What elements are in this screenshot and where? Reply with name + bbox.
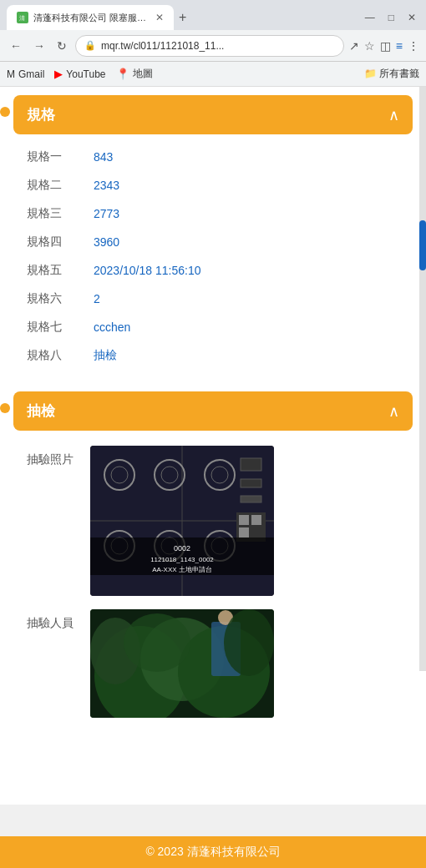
- spec-section: 規格 ∧ 規格一 843 規格二 2343 規格三 2773 規格四 3960 …: [13, 95, 413, 378]
- spec-value-1: 843: [94, 150, 113, 164]
- footer-text: © 2023 清蓬科技有限公司: [145, 845, 280, 858]
- spec-label-3: 規格三: [27, 206, 77, 221]
- all-bookmarks[interactable]: 📁 所有書籤: [364, 67, 419, 81]
- svg-point-35: [124, 613, 190, 672]
- spec-row-4: 規格四 3960: [17, 228, 409, 256]
- page-footer: © 2023 清蓬科技有限公司: [0, 836, 426, 868]
- svg-text:0002: 0002: [174, 544, 190, 553]
- spec-value-7: ccchen: [94, 320, 130, 334]
- spec-section-title: 規格: [27, 105, 55, 124]
- footer-spacer: [0, 746, 426, 788]
- url-text: mqr.tw/cl011/1121018_11...: [101, 40, 335, 52]
- minimize-button[interactable]: —: [365, 12, 375, 23]
- gmail-icon: M: [7, 68, 15, 80]
- svg-rect-19: [241, 496, 261, 502]
- tab-close-button[interactable]: ✕: [155, 12, 164, 23]
- spec-row-2: 規格二 2343: [17, 171, 409, 199]
- spec-label-6: 規格六: [27, 291, 77, 306]
- spec-row-7: 規格七 ccchen: [17, 313, 409, 341]
- share-icon[interactable]: ↗: [349, 39, 359, 53]
- spec-label-5: 規格五: [27, 263, 77, 278]
- star-icon[interactable]: ☆: [364, 39, 375, 53]
- scrollbar-thumb[interactable]: [419, 220, 426, 270]
- lock-icon: 🔒: [84, 40, 96, 51]
- spec-value-4: 3960: [94, 235, 119, 249]
- inspection-section-body: 抽驗照片: [13, 431, 413, 733]
- svg-rect-21: [239, 515, 249, 525]
- bookmark-youtube[interactable]: ▶ YouTube: [54, 68, 105, 80]
- section-dot-spec: [0, 107, 10, 117]
- inspection-photo-image: 0002 1121018_1143_0002 AA-XXX 土地申請台: [90, 446, 274, 596]
- page-content: 規格 ∧ 規格一 843 規格二 2343 規格三 2773 規格四 3960 …: [0, 87, 426, 805]
- tab-title: 清蓬科技有限公司 限塞服務查: [33, 12, 150, 24]
- new-tab-button[interactable]: +: [179, 10, 186, 25]
- profile-icon[interactable]: ≡: [396, 39, 403, 53]
- spec-value-2: 2343: [94, 179, 119, 192]
- spec-value-5: 2023/10/18 11:56:10: [94, 264, 200, 277]
- photo-row-person: 抽驗人員: [17, 603, 409, 724]
- window-controls: — □ ✕: [365, 12, 419, 23]
- spec-row-3: 規格三 2773: [17, 199, 409, 228]
- scrollbar[interactable]: [419, 87, 426, 671]
- address-bar[interactable]: 🔒 mqr.tw/cl011/1121018_11...: [75, 35, 344, 57]
- spec-label-2: 規格二: [27, 178, 77, 193]
- nav-actions: ↗ ☆ ◫ ≡ ⋮: [349, 39, 419, 53]
- inspection-section-title: 抽檢: [27, 401, 55, 421]
- spec-value-8: 抽檢: [94, 348, 117, 363]
- close-window-button[interactable]: ✕: [408, 12, 416, 23]
- svg-rect-23: [239, 527, 249, 537]
- bookmarks-bar: M Gmail ▶ YouTube 📍 地圖 📁 所有書籤: [0, 62, 426, 87]
- extensions-icon[interactable]: ◫: [380, 39, 391, 53]
- maximize-button[interactable]: □: [388, 12, 394, 23]
- inspection-section-header[interactable]: 抽檢 ∧: [13, 391, 413, 431]
- bookmarks-folder-icon: 📁: [364, 68, 377, 79]
- inspection-person-image: [90, 609, 274, 718]
- tab-favicon: 清: [17, 12, 28, 23]
- spec-label-4: 規格四: [27, 235, 77, 250]
- bookmark-gmail[interactable]: M Gmail: [7, 68, 44, 80]
- forward-button[interactable]: →: [30, 38, 48, 54]
- back-button[interactable]: ←: [7, 38, 25, 54]
- svg-text:1121018_1143_0002: 1121018_1143_0002: [150, 556, 214, 563]
- spec-label-1: 規格一: [27, 149, 77, 164]
- all-bookmarks-label: 所有書籤: [379, 68, 419, 79]
- spec-section-header[interactable]: 規格 ∧: [13, 95, 413, 134]
- youtube-label: YouTube: [66, 68, 105, 80]
- svg-rect-22: [251, 515, 261, 525]
- svg-text:AA-XXX 土地申請台: AA-XXX 土地申請台: [152, 566, 212, 573]
- spec-label-7: 規格七: [27, 320, 77, 335]
- maps-icon: 📍: [116, 68, 129, 80]
- bookmark-maps[interactable]: 📍 地圖: [116, 67, 153, 81]
- maps-label: 地圖: [133, 67, 153, 81]
- spec-chevron-icon: ∧: [388, 106, 399, 124]
- spec-value-6: 2: [94, 292, 100, 305]
- spec-row-8: 規格八 抽檢: [17, 341, 409, 370]
- inspection-section: 抽檢 ∧ 抽驗照片: [13, 391, 413, 733]
- refresh-button[interactable]: ↻: [53, 38, 70, 54]
- spec-row-1: 規格一 843: [17, 143, 409, 171]
- tab-bar: 清 清蓬科技有限公司 限塞服務查 ✕ + — □ ✕: [0, 0, 426, 30]
- menu-icon[interactable]: ⋮: [408, 39, 419, 53]
- spec-section-body: 規格一 843 規格二 2343 規格三 2773 規格四 3960 規格五 2…: [13, 134, 413, 378]
- active-tab[interactable]: 清 清蓬科技有限公司 限塞服務查 ✕: [7, 5, 174, 30]
- photo-row-inspection: 抽驗照片: [17, 439, 409, 603]
- inspection-photo-label: 抽驗照片: [27, 446, 77, 467]
- svg-rect-17: [241, 458, 261, 471]
- browser-chrome: 清 清蓬科技有限公司 限塞服務查 ✕ + — □ ✕ ← → ↻ 🔒 mqr.t…: [0, 0, 426, 87]
- svg-rect-18: [241, 479, 261, 487]
- gmail-label: Gmail: [18, 68, 44, 80]
- spec-label-8: 規格八: [27, 348, 77, 363]
- inspection-chevron-icon: ∧: [388, 402, 399, 421]
- spec-row-6: 規格六 2: [17, 285, 409, 313]
- spec-row-5: 規格五 2023/10/18 11:56:10: [17, 256, 409, 285]
- nav-bar: ← → ↻ 🔒 mqr.tw/cl011/1121018_11... ↗ ☆ ◫…: [0, 30, 426, 62]
- youtube-icon: ▶: [54, 68, 63, 80]
- section-dot-inspection: [0, 403, 10, 413]
- inspection-person-label: 抽驗人員: [27, 609, 77, 631]
- svg-point-36: [224, 609, 274, 676]
- spec-value-3: 2773: [94, 207, 119, 220]
- svg-text:清: 清: [19, 15, 25, 21]
